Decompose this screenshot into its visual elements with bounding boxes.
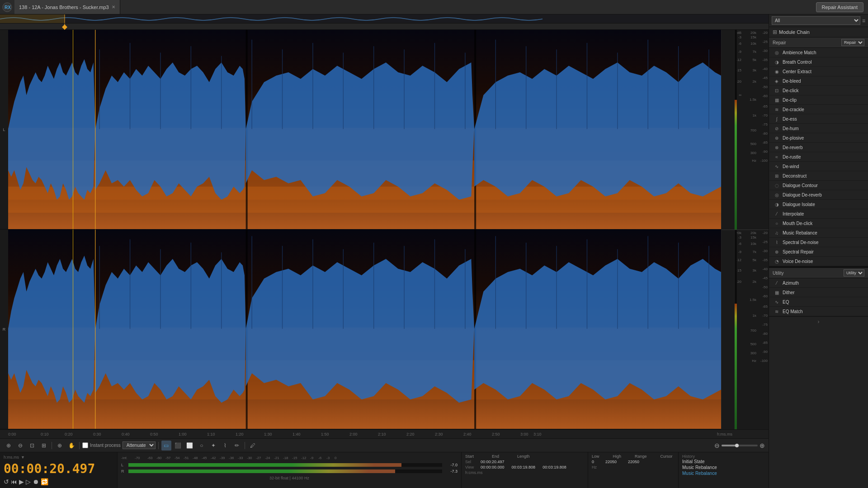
module-item-dither[interactable]: ▦ Dither [769,288,868,297]
module-label-dialogue-contour: Dialogue Contour [783,183,818,188]
utility-section-header[interactable]: Utility Utility [769,266,868,278]
expand-more-row[interactable]: › [769,316,868,327]
module-icon-music-rebalance: ♫ [774,230,780,236]
pen-tool-btn[interactable]: 🖊 [248,441,258,450]
module-icon-dialogue-de-reverb: ◎ [774,192,780,198]
record-btn[interactable]: ⏺ [33,478,39,485]
tab-filename: 138 - 12A - Jonas Brothers - Sucker.mp3 [19,5,109,10]
prev-btn[interactable]: ⏮ [11,478,17,485]
repair-assistant-button[interactable]: Repair Assistant [816,2,863,12]
module-item-eq-match[interactable]: ≋ EQ Match [769,307,868,316]
zoom-in-btn[interactable]: ⊕ [4,441,14,450]
module-item-dialogue-isolate[interactable]: ◑ Dialogue Isolate [769,200,868,209]
history-item-0[interactable]: Initial State [682,459,765,465]
module-item-de-hum[interactable]: ⊘ De-hum [769,124,868,133]
module-item-de-rustle[interactable]: ≈ De-rustle [769,152,868,162]
transport-controls: ↺ ⏮ ▶ ▷ ⏺ 🔁 [4,478,113,485]
module-item-music-rebalance[interactable]: ♫ Music Rebalance [769,228,868,238]
module-item-breath-control[interactable]: ◑ Breath Control [769,57,868,67]
repair-modules-list: ◎ Ambience Match ◑ Breath Control ◉ Cent… [769,48,868,266]
overview-waveform[interactable] [0,14,769,23]
loop-btn[interactable]: ↺ [4,478,9,485]
module-item-center-extract[interactable]: ◉ Center Extract [769,67,868,76]
module-label-mouth-de-click: Mouth De-click [783,221,812,226]
play-btn[interactable]: ▶ [19,478,24,485]
repair-section-header[interactable]: Repair Repair [769,38,868,48]
playhead-bar[interactable] [0,23,769,30]
select-tool-btn[interactable]: ▭ [161,441,171,450]
module-label-interpolate: Interpolate [783,211,804,216]
zoom-plus-btn[interactable]: ⊕ [760,442,765,449]
module-icon-de-hum: ⊘ [774,125,780,131]
module-label-music-rebalance: Music Rebalance [783,230,817,235]
svg-text:RX: RX [5,5,11,10]
module-item-voice-de-noise[interactable]: ◔ Voice De-noise [769,257,868,266]
instant-process-label[interactable]: Instant process [90,443,121,448]
module-item-deconstruct[interactable]: ⊞ Deconstruct [769,171,868,181]
right-channel-label: R [0,230,8,429]
freq-20k: 20k [750,31,756,35]
module-label-de-ess: De-ess [783,117,797,122]
file-tab[interactable]: 138 - 12A - Jonas Brothers - Sucker.mp3 … [14,0,120,14]
db-freq-scale: dB 20k -3 15k -6 10k -9 7k -12 5k -15 3k… [721,30,757,429]
module-item-de-crackle[interactable]: ≋ De-crackle [769,105,868,114]
module-item-de-clip[interactable]: ▦ De-clip [769,95,868,105]
time-100: 1:00 [179,432,187,436]
module-icon-de-crackle: ≋ [774,106,780,113]
module-item-de-plosive[interactable]: ⊛ De-plosive [769,133,868,143]
zoom-in-vert-btn[interactable]: ⊕ [55,441,65,450]
timeline-ruler[interactable]: 0:00 0:10 0:20 0:30 0:40 0:50 1:00 1:10 … [0,429,769,438]
time-10: 0:10 [41,432,49,436]
utility-section-dropdown[interactable]: Utility [844,269,864,277]
attenuation-select[interactable]: Attenuate Remove Replace [123,441,156,449]
module-item-spectral-repair[interactable]: ⊕ Spectral Repair [769,247,868,257]
tab-close-btn[interactable]: ✕ [112,5,115,9]
zoom-minus-btn[interactable]: ⊖ [714,442,720,449]
lasso-btn[interactable]: ○ [197,441,207,450]
zoom-fit-btn[interactable]: ⊞ [39,441,49,450]
module-chain-row[interactable]: ⊞ Module Chain [769,27,868,38]
right-channel-waveform[interactable] [8,230,721,429]
module-item-dialogue-de-reverb[interactable]: ◎ Dialogue De-reverb [769,190,868,200]
zoom-fit-horiz-btn[interactable]: ⊡ [27,441,37,450]
module-item-mouth-de-click[interactable]: ○ Mouth De-click [769,219,868,228]
zoom-handle[interactable] [735,444,739,447]
waveforms-container[interactable] [8,30,721,429]
magic-wand-btn[interactable]: ✦ [208,441,218,450]
module-label-dither: Dither [783,290,795,295]
module-item-de-ess[interactable]: ∫ De-ess [769,114,868,124]
tab-bar: 138 - 12A - Jonas Brothers - Sucker.mp3 … [14,0,816,14]
zoom-out-btn[interactable]: ⊖ [15,441,25,450]
module-label-dialogue-isolate: Dialogue Isolate [783,202,815,207]
instant-process-checkbox[interactable] [82,442,88,448]
module-item-azimuth[interactable]: ∕ Azimuth [769,278,868,288]
pan-tool-btn[interactable]: ✋ [66,441,76,450]
left-channel-waveform[interactable] [8,30,721,230]
play-sel-btn[interactable]: ▷ [26,478,31,485]
repair-section-dropdown[interactable]: Repair [841,39,864,46]
history-item-2[interactable]: Music Rebalance [682,470,765,476]
history-item-1[interactable]: Music Rebalance [682,465,765,470]
panel-menu-btn[interactable]: ≡ [862,18,865,24]
zoom-slider[interactable] [722,445,758,446]
module-item-interpolate[interactable]: ∕ Interpolate [769,209,868,219]
module-label-ambience-match: Ambience Match [783,50,816,55]
module-item-dialogue-contour[interactable]: ◌ Dialogue Contour [769,181,868,190]
module-item-de-click[interactable]: ⊡ De-click [769,86,868,95]
filter-select[interactable]: All Repair Utility [772,16,860,25]
time-select-btn[interactable]: ⬛ [173,441,183,450]
sel-start: 00:00:20.497 [481,460,505,464]
module-item-ambience-match[interactable]: ◎ Ambience Match [769,48,868,57]
module-item-de-wind[interactable]: ∿ De-wind [769,162,868,171]
repeat-btn[interactable]: 🔁 [41,478,48,485]
module-item-eq[interactable]: ∿ EQ [769,297,868,307]
module-item-spectral-de-noise[interactable]: ⌇ Spectral De-noise [769,238,868,247]
module-label-eq-match: EQ Match [783,309,802,314]
module-item-de-reverb[interactable]: ⊗ De-reverb [769,143,868,152]
freq-select-btn[interactable]: ⬜ [185,441,195,450]
brush-btn[interactable]: ⌇ [220,441,230,450]
module-item-de-bleed[interactable]: ◈ De-bleed [769,76,868,86]
pencil-btn[interactable]: ✏ [232,441,242,450]
right-db-scale: -20 -25 -30 -35 -40 -45 -50 -60 -65 -70 … [757,30,769,429]
module-chain-icon: ⊞ [773,29,777,35]
